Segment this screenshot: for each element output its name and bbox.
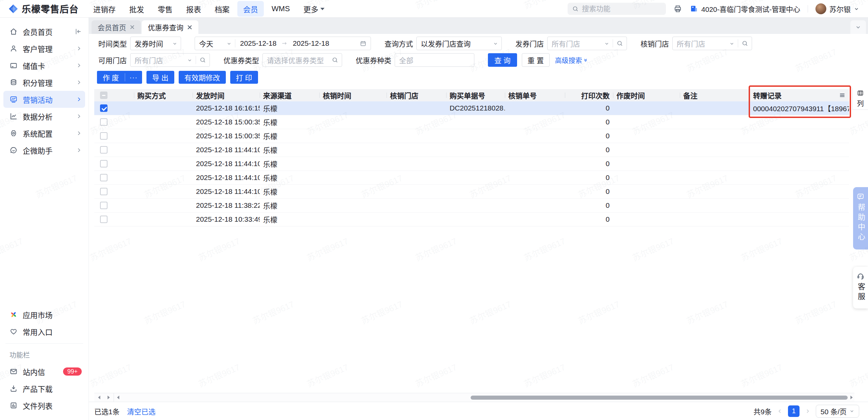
query-mode-select[interactable]: 以发券门店查询 (416, 37, 502, 50)
search-icon[interactable] (742, 40, 748, 47)
org-switcher[interactable]: 4020-喜临门零食测试-管理中心 (690, 4, 800, 14)
search-button[interactable]: 查 询 (488, 53, 517, 67)
topnav-item-2[interactable]: 零售 (152, 1, 178, 17)
date-from-value[interactable]: 2025-12-18 (235, 39, 281, 47)
sidebar-item-main-5[interactable]: 数据分析 (0, 108, 88, 125)
scrollbar-thumb[interactable] (471, 396, 848, 400)
usable-store-select[interactable]: 所有门店 (130, 53, 210, 67)
verify-store-select[interactable]: 所有门店 (672, 37, 752, 50)
select-all-checkbox[interactable] (100, 92, 107, 99)
app-logo[interactable]: 乐檬零售后台 (8, 2, 79, 15)
next-page-button[interactable] (805, 408, 811, 414)
printer-icon[interactable] (673, 4, 682, 13)
sidebar-item-main-4[interactable]: 营销活动 (3, 91, 85, 108)
print-button[interactable]: 打 印 (230, 71, 258, 84)
user-menu[interactable]: 苏尔银 (815, 3, 859, 14)
search-input[interactable] (582, 5, 662, 13)
column-settings-button[interactable]: 列 (852, 88, 868, 110)
filter-issue-store: 发券门店 所有门店 (515, 37, 627, 50)
cell-purchase_no (446, 185, 505, 198)
cell-verify_no (505, 185, 565, 198)
sidebar-item-bottom-1[interactable]: 常用入口 (0, 323, 88, 340)
topnav-item-4[interactable]: 档案 (209, 1, 235, 17)
table-row[interactable]: 2025-12-18 10:33:49乐檬0 (94, 213, 849, 226)
scroll-left-icon[interactable] (97, 395, 101, 400)
help-center-tab[interactable]: 帮助中心 (853, 187, 868, 249)
sidebar-item-tools-0[interactable]: 站内信99+ (0, 363, 88, 380)
void-button[interactable]: 作 废 (97, 71, 125, 84)
date-preset-select[interactable]: 今天 (195, 38, 235, 48)
table-row[interactable]: 2025-12-18 15:00:35乐檬0 (94, 115, 849, 129)
table-row[interactable]: 2025-12-18 15:00:35乐檬0 (94, 129, 849, 143)
clear-selection-link[interactable]: 清空已选 (127, 406, 156, 416)
sidebar-item-main-0[interactable]: 会员首页 (0, 23, 88, 40)
row-checkbox[interactable] (100, 132, 107, 140)
collapse-sidebar-icon[interactable] (74, 27, 82, 36)
row-checkbox[interactable] (100, 202, 107, 209)
current-page[interactable]: 1 (788, 405, 800, 417)
scroll-right-icon[interactable] (106, 395, 111, 400)
close-icon[interactable] (187, 25, 192, 30)
topnav-item-0[interactable]: 进销存 (87, 1, 121, 17)
topnav-item-1[interactable]: 批发 (123, 1, 150, 17)
coupon-kind-input[interactable]: 全部 (395, 53, 474, 67)
close-icon[interactable] (130, 25, 135, 29)
cell-verify_time (319, 185, 387, 198)
topnav-item-7[interactable]: 更多 (298, 1, 330, 17)
void-more-button[interactable]: ··· (125, 71, 142, 84)
time-type-select[interactable]: 发券时间 (130, 37, 181, 50)
table-row[interactable]: 2025-12-18 11:38:22乐檬0 (94, 199, 849, 213)
cell-verify_store (387, 115, 446, 129)
search-icon[interactable] (199, 57, 206, 63)
table-row[interactable]: 2025-12-18 11:44:10乐檬0 (94, 171, 849, 185)
sidebar-item-main-3[interactable]: 积分管理 (0, 74, 88, 91)
topnav-item-3[interactable]: 报表 (180, 1, 207, 17)
date-to-value[interactable]: 2025-12-18 (288, 39, 334, 47)
sidebar-item-main-6[interactable]: 系统配置 (0, 125, 88, 142)
sidebar-item-tools-1[interactable]: 产品下载 (0, 380, 88, 397)
table-row[interactable]: 2025-12-18 11:44:10乐檬0 (94, 157, 849, 171)
table-row[interactable]: 2025-12-18 16:16:15乐檬DC20251218028…00000… (94, 101, 849, 115)
page-size-select[interactable]: 50 条/页 (816, 405, 859, 418)
cell-channel: 乐檬 (260, 143, 319, 157)
sidebar-item-main-7[interactable]: 企微助手 (0, 142, 88, 159)
topnav-item-6[interactable]: WMS (266, 2, 296, 16)
cell-purchase_method (134, 185, 193, 198)
reset-button[interactable]: 重 置 (522, 53, 550, 67)
sidebar-item-main-2[interactable]: 储值卡 (0, 57, 88, 74)
validity-edit-button[interactable]: 有效期修改 (179, 71, 226, 84)
row-checkbox[interactable] (100, 146, 107, 154)
date-range-picker[interactable]: 今天 2025-12-18 2025-12-18 (195, 37, 371, 50)
customer-service-tab[interactable]: 客服 (853, 267, 868, 308)
row-checkbox[interactable] (100, 188, 107, 195)
filter-query-mode: 查询方式 以发券门店查询 (384, 37, 502, 50)
table-row[interactable]: 2025-12-18 11:44:10乐檬0 (94, 143, 849, 157)
topnav-item-5[interactable]: 会员 (237, 1, 264, 17)
tab-list-dropdown-button[interactable] (850, 20, 866, 34)
scrollbar-right-arrow[interactable] (849, 393, 854, 402)
row-checkbox[interactable] (100, 160, 107, 167)
col-header-label: 购买方式 (137, 90, 166, 100)
prev-page-button[interactable] (777, 408, 783, 414)
table-row[interactable]: 2025-12-18 11:44:10乐檬0 (94, 185, 849, 199)
global-search[interactable] (568, 3, 666, 15)
sidebar-item-bottom-0[interactable]: 应用市场 (0, 306, 88, 323)
tab-coupon-query[interactable]: 优惠券查询 (142, 20, 198, 34)
search-icon[interactable] (332, 57, 338, 63)
table-body: 2025-12-18 16:16:15乐檬DC20251218028…00000… (94, 101, 849, 226)
sidebar-item-main-1[interactable]: 客户管理 (0, 40, 88, 57)
column-menu-icon[interactable] (839, 92, 846, 99)
row-checkbox[interactable] (100, 118, 107, 126)
search-icon[interactable] (616, 40, 623, 47)
row-checkbox[interactable] (100, 174, 107, 181)
scrollbar-left-arrow[interactable] (116, 393, 120, 402)
advanced-search-link[interactable]: 高级搜索 (555, 55, 588, 65)
sidebar-item-tools-2[interactable]: 文件列表 (0, 397, 88, 414)
coupon-type-input[interactable]: 请选择优惠券类型 (262, 53, 342, 67)
export-button[interactable]: 导 出 (146, 71, 174, 84)
tab-member-home[interactable]: 会员首页 (92, 20, 141, 34)
col-header-label: 核销门店 (390, 90, 418, 100)
row-checkbox[interactable] (100, 104, 107, 112)
row-checkbox[interactable] (100, 216, 107, 223)
issue-store-select[interactable]: 所有门店 (547, 37, 627, 50)
